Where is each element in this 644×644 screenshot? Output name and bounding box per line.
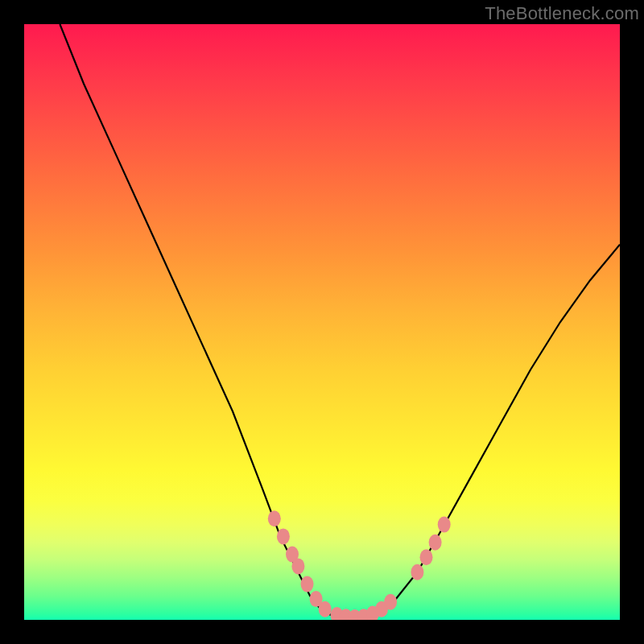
chart-frame: TheBottleneck.com bbox=[0, 0, 644, 644]
background-gradient bbox=[24, 24, 620, 620]
watermark-text: TheBottleneck.com bbox=[485, 3, 639, 24]
plot-area bbox=[24, 24, 620, 620]
